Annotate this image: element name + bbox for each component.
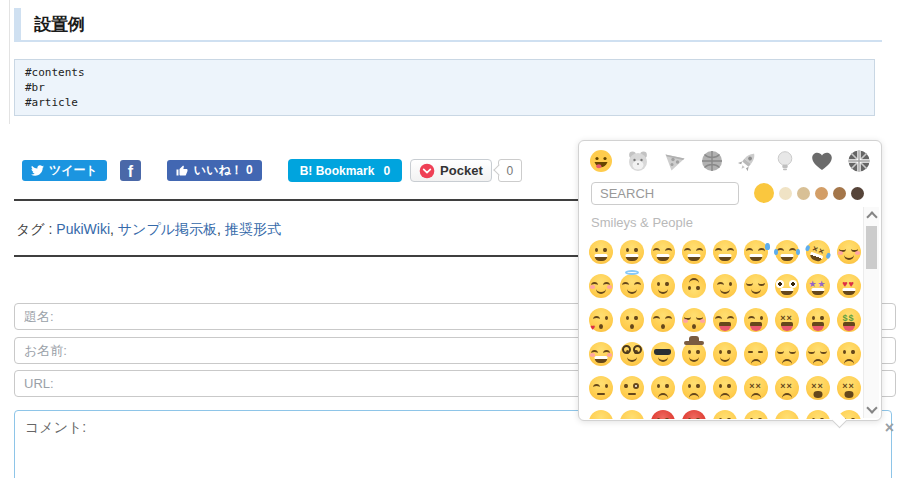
emoji-zany[interactable]	[775, 274, 799, 298]
emoji-search-input[interactable]	[591, 182, 739, 205]
emoji-cell	[709, 405, 740, 419]
emoji-slight-frown[interactable]	[682, 376, 706, 400]
emoji-upside-down[interactable]	[682, 274, 706, 298]
emoji-money-mouth[interactable]: $$	[837, 308, 861, 332]
scrollbar-thumb[interactable]	[866, 226, 877, 269]
tag-link-pukiwiki[interactable]: PukiWiki	[56, 221, 110, 237]
emoji-sunglasses[interactable]	[651, 342, 675, 366]
tweet-button[interactable]: ツイート	[22, 160, 107, 181]
emoji-star-struck[interactable]: ★★	[806, 274, 830, 298]
tone-swatch-1[interactable]	[754, 183, 774, 203]
emoji-nerd[interactable]	[620, 342, 644, 366]
emoji-worried[interactable]	[837, 342, 861, 366]
code-line: #br	[25, 80, 864, 95]
facebook-like-button[interactable]: いいね！ 0	[167, 160, 262, 181]
category-activity-icon[interactable]	[700, 149, 724, 173]
emoji-persevere[interactable]: ××	[744, 376, 768, 400]
emoji-cell: $$	[833, 303, 864, 337]
emoji-tired-face[interactable]: ××	[806, 376, 830, 400]
emoji-expressionless[interactable]	[775, 410, 799, 419]
hatena-bookmark-button[interactable]: B! Bookmark 0	[288, 159, 402, 182]
emoji-rofl[interactable]: ××	[802, 237, 833, 268]
emoji-innocent[interactable]	[620, 274, 644, 298]
scroll-down-icon[interactable]	[866, 402, 877, 413]
emoji-confused[interactable]	[651, 376, 675, 400]
emoji-unamused[interactable]	[744, 342, 768, 366]
emoji-stuck-out-tongue-winking-eye[interactable]	[744, 308, 768, 332]
emoji-stuck-out-tongue[interactable]	[806, 308, 830, 332]
emoji-sleepy[interactable]	[589, 410, 613, 419]
category-symbols-icon[interactable]	[810, 149, 834, 173]
emoji-slight-smile[interactable]	[651, 274, 675, 298]
emoji-blush[interactable]	[589, 274, 613, 298]
emoji-neutral[interactable]	[744, 410, 768, 419]
emoji-cell	[616, 337, 647, 371]
tone-swatch-4[interactable]	[815, 187, 828, 200]
skin-tone-row	[754, 183, 864, 203]
facebook-icon[interactable]: f	[120, 160, 141, 181]
emoji-sweat-smile[interactable]	[744, 240, 768, 264]
emoji-cell	[647, 405, 678, 419]
emoji-stuck-out-tongue-closed-eyes[interactable]: ××	[775, 308, 799, 332]
close-icon[interactable]: ×	[885, 420, 894, 436]
emoji-disappointed[interactable]	[775, 342, 799, 366]
emoji-row	[585, 405, 865, 419]
emoji-kissing-closed-eyes[interactable]	[682, 308, 706, 332]
emoji-cowboy[interactable]	[682, 342, 706, 366]
emoji-cell: ××	[802, 235, 833, 269]
emoji-laughing[interactable]	[713, 240, 737, 264]
emoji-smiley[interactable]	[620, 240, 644, 264]
emoji-no-mouth[interactable]	[713, 410, 737, 419]
hatena-label: B! Bookmark	[300, 164, 375, 178]
emoji-relaxed[interactable]	[837, 240, 861, 264]
emoji-frowning2[interactable]	[713, 376, 737, 400]
category-travel-places-icon[interactable]	[736, 149, 760, 173]
emoji-relieved[interactable]	[744, 274, 768, 298]
emoji-cell	[709, 235, 740, 269]
emoji-cell: ××	[771, 371, 802, 405]
emoji-smile[interactable]	[651, 240, 675, 264]
emoji-kissing-smiling-eyes[interactable]	[651, 308, 675, 332]
emoji-grin[interactable]	[682, 240, 706, 264]
emoji-monocle[interactable]	[620, 376, 644, 400]
emoji-row: ××	[585, 235, 865, 269]
page-edge-line	[9, 0, 10, 124]
emoji-row	[585, 337, 865, 371]
emoji-kissing-heart[interactable]	[589, 308, 613, 332]
category-smileys-people-icon[interactable]	[589, 149, 613, 173]
tone-swatch-3[interactable]	[797, 187, 810, 200]
emoji-yum[interactable]	[713, 308, 737, 332]
tag-link-recommended-format[interactable]: 推奨形式	[225, 221, 281, 237]
emoji-grinning[interactable]	[589, 240, 613, 264]
category-animals-nature-icon[interactable]	[626, 149, 650, 173]
emoji-hushed[interactable]	[806, 410, 830, 419]
emoji-heart-eyes[interactable]: ♥♥	[837, 274, 861, 298]
emoji-raised-eyebrow[interactable]	[589, 376, 613, 400]
scroll-up-icon[interactable]	[866, 211, 877, 222]
emoji-weary[interactable]: ××	[837, 376, 861, 400]
emoji-scrollbar[interactable]	[863, 207, 879, 418]
emoji-kissing[interactable]	[620, 308, 644, 332]
emoji-confounded[interactable]: ××	[775, 376, 799, 400]
emoji-rage[interactable]	[682, 410, 706, 419]
emoji-cell	[709, 371, 740, 405]
emoji-hugging[interactable]	[589, 342, 613, 366]
emoji-joy[interactable]	[775, 240, 799, 264]
emoji-category-tabs	[589, 148, 871, 174]
emoji-angry[interactable]	[651, 410, 675, 419]
emoji-cell	[678, 371, 709, 405]
emoji-cell	[802, 405, 833, 419]
pocket-button[interactable]: Pocket	[410, 159, 492, 182]
tone-swatch-6[interactable]	[851, 187, 864, 200]
emoji-pensive[interactable]	[806, 342, 830, 366]
category-flags-icon[interactable]	[847, 149, 871, 173]
emoji-triumph[interactable]	[620, 410, 644, 419]
category-objects-icon[interactable]	[773, 149, 797, 173]
emoji-wink[interactable]	[713, 274, 737, 298]
category-food-drink-icon[interactable]	[663, 149, 687, 173]
emoji-cell	[585, 235, 616, 269]
tag-link-sample-board[interactable]: サンプル掲示板	[118, 221, 217, 237]
tone-swatch-5[interactable]	[833, 187, 846, 200]
tone-swatch-2[interactable]	[779, 187, 792, 200]
emoji-smirk[interactable]	[713, 342, 737, 366]
